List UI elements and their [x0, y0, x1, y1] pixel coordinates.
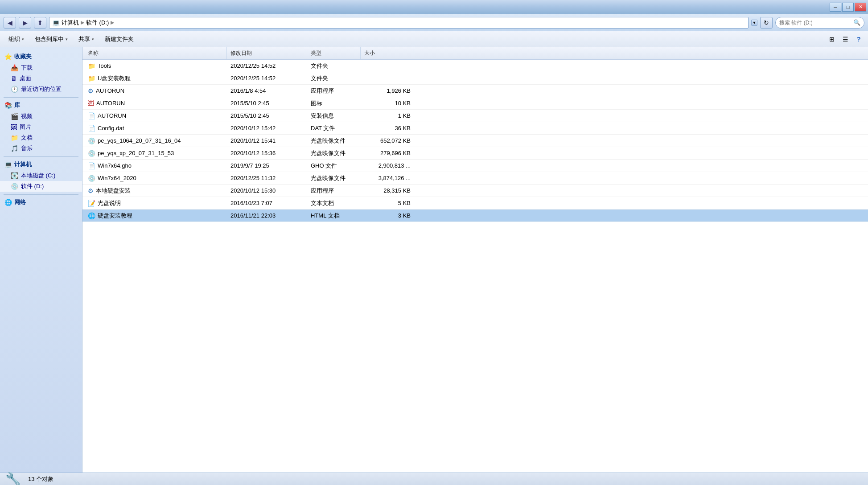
file-list: 📁Tools2020/12/25 14:52文件夹📁U盘安装教程2020/12/…	[82, 60, 868, 473]
sidebar-header-favorites[interactable]: ⭐ 收藏夹	[0, 51, 82, 62]
breadcrumb-sep-2: ▶	[111, 20, 114, 25]
forward-button[interactable]: ▶	[19, 17, 31, 29]
title-bar: ─ □ ✕	[0, 0, 868, 14]
file-name-cell: 🖼AUTORUN	[84, 100, 227, 107]
col-header-type[interactable]: 类型	[307, 47, 361, 59]
sidebar-header-library[interactable]: 📚 库	[0, 99, 82, 111]
table-row[interactable]: 📄Win7x64.gho2019/9/7 19:25GHO 文件2,900,81…	[82, 160, 868, 172]
main-layout: ⭐ 收藏夹 📥 下载 🖥 桌面 🕐 最近访问的位置 📚 库	[0, 47, 868, 473]
table-row[interactable]: 💿pe_yqs_1064_20_07_31_16_042020/10/12 15…	[82, 135, 868, 147]
up-button[interactable]: ⬆	[34, 17, 46, 29]
music-label: 音乐	[21, 144, 33, 152]
table-row[interactable]: 📝光盘说明2016/10/23 7:07文本文档5 KB	[82, 197, 868, 210]
table-row[interactable]: 🌐硬盘安装教程2016/11/21 22:03HTML 文档3 KB	[82, 210, 868, 222]
breadcrumb-computer[interactable]: 计算机	[62, 19, 79, 27]
sidebar-item-downloads[interactable]: 📥 下载	[0, 62, 82, 73]
table-row[interactable]: 🖼AUTORUN2015/5/10 2:45图标10 KB	[82, 97, 868, 110]
sidebar-item-drive-d[interactable]: 💿 软件 (D:)	[0, 181, 82, 192]
table-row[interactable]: ⚙AUTORUN2016/1/8 4:54应用程序1,926 KB	[82, 85, 868, 97]
file-type-icon: 🌐	[88, 212, 95, 219]
table-row[interactable]: 💿pe_yqs_xp_20_07_31_15_532020/10/12 15:3…	[82, 147, 868, 160]
file-date-cell: 2015/5/10 2:45	[227, 100, 307, 107]
sidebar: ⭐ 收藏夹 📥 下载 🖥 桌面 🕐 最近访问的位置 📚 库	[0, 47, 82, 473]
title-bar-buttons: ─ □ ✕	[830, 3, 866, 12]
file-name-cell: 📄Config.dat	[84, 125, 227, 132]
file-date-cell: 2020/12/25 14:52	[227, 75, 307, 82]
col-header-name[interactable]: 名称	[84, 47, 227, 59]
file-size-cell: 652,072 KB	[361, 137, 414, 144]
help-button[interactable]: ?	[853, 34, 864, 45]
pictures-label: 图片	[20, 123, 31, 131]
table-row[interactable]: 📁Tools2020/12/25 14:52文件夹	[82, 60, 868, 72]
organize-button[interactable]: 组织 ▾	[4, 33, 29, 45]
file-name-cell: 📄AUTORUN	[84, 112, 227, 119]
maximize-button[interactable]: □	[842, 3, 854, 12]
address-dropdown-button[interactable]: ▼	[751, 20, 757, 26]
music-icon: 🎵	[11, 145, 18, 152]
breadcrumb-bar: 💻 计算机 ▶ 软件 (D:) ▶	[49, 17, 749, 29]
sidebar-header-computer[interactable]: 💻 计算机	[0, 159, 82, 170]
library-icon: 📚	[4, 102, 12, 109]
file-name-cell: 💿pe_yqs_xp_20_07_31_15_53	[84, 150, 227, 157]
file-name: U盘安装教程	[98, 74, 131, 82]
file-area: 名称 修改日期 类型 大小 📁Tools2020/12/25 14:52文件夹📁…	[82, 47, 868, 473]
add-to-library-label: 包含到库中	[35, 35, 64, 43]
drive-d-label: 软件 (D:)	[21, 182, 44, 190]
network-label: 网络	[14, 198, 26, 206]
table-row[interactable]: ⚙本地硬盘安装2020/10/12 15:30应用程序28,315 KB	[82, 185, 868, 197]
sidebar-item-music[interactable]: 🎵 音乐	[0, 143, 82, 154]
file-type-icon: ⚙	[88, 87, 94, 95]
new-folder-button[interactable]: 新建文件夹	[100, 33, 139, 45]
refresh-button[interactable]: ↻	[760, 17, 773, 29]
add-to-library-arrow-icon: ▾	[66, 37, 68, 41]
downloads-icon: 📥	[11, 64, 18, 71]
breadcrumb-sep-1: ▶	[81, 20, 84, 25]
sidebar-section-network: 🌐 网络	[0, 197, 82, 208]
minimize-button[interactable]: ─	[830, 3, 841, 12]
search-input[interactable]	[779, 20, 852, 26]
table-row[interactable]: 📁U盘安装教程2020/12/25 14:52文件夹	[82, 72, 868, 85]
sidebar-item-video[interactable]: 🎬 视频	[0, 111, 82, 122]
file-name-cell: 📄Win7x64.gho	[84, 162, 227, 169]
table-row[interactable]: 📄AUTORUN2015/5/10 2:45安装信息1 KB	[82, 110, 868, 122]
table-row[interactable]: 📄Config.dat2020/10/12 15:42DAT 文件36 KB	[82, 122, 868, 135]
sidebar-item-documents[interactable]: 📁 文档	[0, 132, 82, 143]
table-row[interactable]: 💿Win7x64_20202020/12/25 11:32光盘映像文件3,874…	[82, 172, 868, 185]
breadcrumb-drive[interactable]: 软件 (D:)	[86, 19, 109, 27]
sidebar-item-local-disk-c[interactable]: 💽 本地磁盘 (C:)	[0, 170, 82, 181]
sidebar-section-library: 📚 库 🎬 视频 🖼 图片 📁 文档 🎵 音乐	[0, 99, 82, 154]
file-date-cell: 2020/10/12 15:42	[227, 125, 307, 132]
file-type-cell: GHO 文件	[307, 162, 361, 170]
sidebar-item-recent[interactable]: 🕐 最近访问的位置	[0, 84, 82, 95]
add-to-library-button[interactable]: 包含到库中 ▾	[30, 33, 73, 45]
file-name: 硬盘安装教程	[98, 212, 132, 220]
back-button[interactable]: ◀	[4, 17, 16, 29]
library-label: 库	[14, 101, 20, 109]
divider-2	[4, 156, 78, 157]
sidebar-item-pictures[interactable]: 🖼 图片	[0, 122, 82, 132]
file-name: pe_yqs_xp_20_07_31_15_53	[98, 150, 174, 156]
sidebar-section-favorites: ⭐ 收藏夹 📥 下载 🖥 桌面 🕐 最近访问的位置	[0, 51, 82, 95]
col-header-modified[interactable]: 修改日期	[227, 47, 307, 59]
file-type-cell: 文本文档	[307, 199, 361, 207]
sidebar-header-network[interactable]: 🌐 网络	[0, 197, 82, 208]
video-icon: 🎬	[11, 113, 18, 120]
close-button[interactable]: ✕	[855, 3, 866, 12]
file-size-cell: 28,315 KB	[361, 187, 414, 194]
file-name: pe_yqs_1064_20_07_31_16_04	[98, 137, 181, 144]
sidebar-item-desktop[interactable]: 🖥 桌面	[0, 73, 82, 84]
file-type-icon: 📄	[88, 125, 95, 132]
file-date-cell: 2020/12/25 11:32	[227, 175, 307, 181]
share-button[interactable]: 共享 ▾	[74, 33, 99, 45]
file-type-cell: HTML 文档	[307, 212, 361, 220]
address-bar: ◀ ▶ ⬆ 💻 计算机 ▶ 软件 (D:) ▶ ▼ ↻ 🔍	[0, 14, 868, 31]
view-toggle-button[interactable]: ⊞	[826, 34, 838, 45]
file-name-cell: 📁Tools	[84, 62, 227, 70]
divider-1	[4, 97, 78, 98]
local-disk-c-label: 本地磁盘 (C:)	[21, 172, 55, 180]
file-type-cell: 安装信息	[307, 112, 361, 120]
file-date-cell: 2019/9/7 19:25	[227, 162, 307, 169]
status-count: 13 个对象	[28, 475, 53, 483]
view-details-button[interactable]: ☰	[839, 34, 851, 45]
col-header-size[interactable]: 大小	[361, 47, 414, 59]
